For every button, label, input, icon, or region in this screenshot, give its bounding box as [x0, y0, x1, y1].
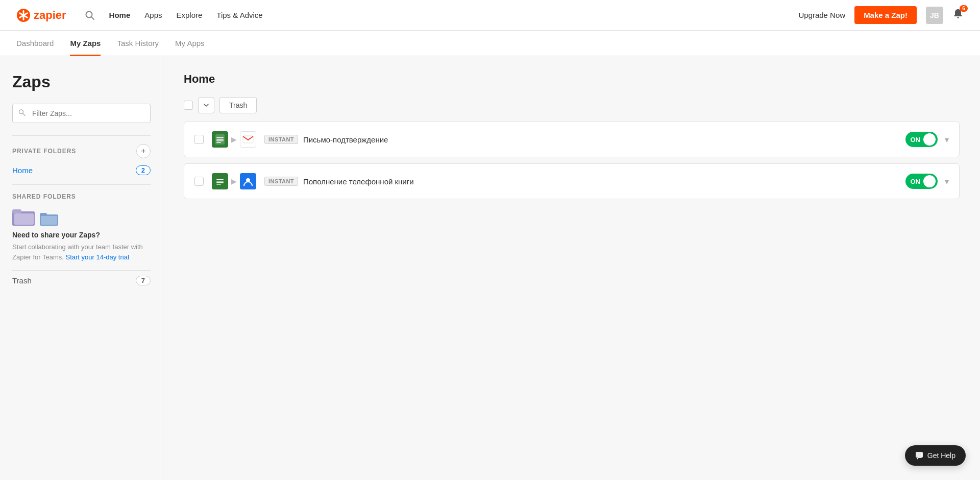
zap2-name[interactable]: Пополнение телефонной книги	[303, 177, 414, 186]
svg-rect-19	[216, 140, 224, 141]
zap1-app1-icon	[212, 131, 228, 148]
shared-folders-empty: Need to share your Zaps? Start collabora…	[12, 206, 151, 262]
zap-toolbar: Trash	[184, 97, 960, 113]
svg-rect-24	[216, 182, 224, 183]
sidebar: Zaps PRIVATE FOLDERS + Home 2 SHARED FOL…	[0, 56, 163, 480]
shared-folders-header: SHARED FOLDERS	[12, 193, 151, 200]
zap1-info: INSTANT Письмо-подтверждение	[264, 135, 897, 144]
trash-row[interactable]: Trash 7	[12, 270, 151, 291]
search-button[interactable]	[85, 10, 95, 20]
zap2-app1-icon	[212, 173, 228, 189]
zap-card-2: ▶ INSTANT Пополнение телефонной книги ON	[184, 163, 960, 199]
main-layout: Zaps PRIVATE FOLDERS + Home 2 SHARED FOL…	[0, 56, 980, 480]
notification-badge: 6	[960, 5, 968, 12]
svg-rect-22	[216, 179, 224, 180]
zap1-toggle-label: ON	[911, 136, 921, 143]
trash-label: Trash	[12, 276, 32, 285]
trial-link[interactable]: Start your 14-day trial	[66, 253, 129, 261]
topnav-links: Home Apps Explore Tips & Advice	[109, 11, 799, 19]
zap1-toggle[interactable]: ON	[905, 132, 938, 147]
zap1-checkbox[interactable]	[194, 135, 204, 144]
svg-point-7	[19, 110, 23, 114]
top-navigation: zapier zapier Home Apps Explore Tips & A…	[0, 0, 980, 31]
bulk-chevron-button[interactable]	[198, 97, 214, 113]
content-folder-title: Home	[184, 73, 960, 86]
subnav-task-history[interactable]: Task History	[117, 31, 159, 56]
sub-navigation: Dashboard My Zaps Task History My Apps	[0, 31, 980, 56]
zap1-icons: ▶	[212, 131, 256, 148]
zap1-expand-button[interactable]: ▾	[945, 135, 949, 145]
shared-illustration	[12, 206, 151, 226]
zap2-toggle-area: ON ▾	[905, 174, 949, 189]
trash-count: 7	[136, 276, 151, 285]
topnav-explore[interactable]: Explore	[176, 11, 202, 19]
private-folders-title: PRIVATE FOLDERS	[12, 148, 76, 155]
get-help-button[interactable]: Get Help	[905, 445, 966, 466]
subnav-my-apps[interactable]: My Apps	[175, 31, 205, 56]
zap2-instant-badge: INSTANT	[264, 177, 298, 186]
zap2-icons: ▶	[212, 173, 256, 189]
topnav-tips[interactable]: Tips & Advice	[216, 11, 262, 19]
zap2-expand-button[interactable]: ▾	[945, 177, 949, 186]
logo-text: zapier	[34, 9, 66, 22]
zap2-checkbox[interactable]	[194, 177, 204, 186]
svg-rect-25	[216, 184, 221, 185]
filter-zaps-input[interactable]	[12, 104, 151, 123]
svg-line-8	[23, 114, 25, 116]
topnav-right: Upgrade Now Make a Zap! JB 6	[798, 6, 964, 24]
user-avatar[interactable]: JB	[926, 7, 943, 24]
make-zap-button[interactable]: Make a Zap!	[854, 6, 917, 24]
shared-empty-title: Need to share your Zaps?	[12, 231, 151, 239]
filter-input-wrap	[12, 104, 151, 123]
zap2-toggle-knob	[923, 175, 936, 187]
main-content: Home Trash	[163, 56, 980, 480]
svg-rect-23	[216, 181, 224, 182]
zap1-name[interactable]: Письмо-подтверждение	[303, 135, 388, 144]
svg-rect-12	[14, 213, 34, 225]
svg-rect-18	[216, 139, 224, 140]
page-title: Zaps	[12, 73, 151, 91]
zap2-info: INSTANT Пополнение телефонной книги	[264, 177, 897, 186]
zap2-arrow-icon: ▶	[231, 177, 237, 185]
sidebar-divider-2	[12, 184, 151, 185]
zap2-app2-icon	[240, 173, 256, 189]
chat-icon	[915, 451, 923, 460]
svg-rect-15	[41, 216, 57, 225]
zap1-app2-icon	[240, 131, 256, 148]
zap-card-1: ▶ INSTANT Письмо-подтверждение ON	[184, 122, 960, 157]
shared-empty-body: Start collaborating with your team faste…	[12, 242, 151, 262]
svg-line-6	[91, 17, 94, 19]
add-folder-button[interactable]: +	[136, 144, 151, 158]
notifications-button[interactable]: 6	[952, 8, 964, 22]
zapier-logo-full[interactable]: zapier	[16, 8, 66, 22]
sidebar-divider-1	[12, 135, 151, 136]
zap2-toggle-label: ON	[911, 178, 921, 185]
zap1-instant-badge: INSTANT	[264, 135, 298, 144]
select-all-checkbox[interactable]	[184, 101, 193, 110]
bulk-trash-button[interactable]: Trash	[219, 97, 257, 113]
home-folder-name: Home	[12, 166, 33, 175]
zap1-toggle-knob	[923, 133, 936, 146]
filter-search-icon	[18, 109, 26, 118]
svg-rect-14	[40, 213, 47, 217]
home-folder-count: 2	[136, 165, 151, 175]
svg-rect-17	[216, 137, 224, 138]
svg-rect-20	[216, 142, 221, 143]
subnav-my-zaps[interactable]: My Zaps	[70, 31, 101, 56]
zap1-arrow-icon: ▶	[231, 135, 237, 143]
upgrade-now-link[interactable]: Upgrade Now	[798, 11, 845, 19]
shared-folders-title: SHARED FOLDERS	[12, 193, 76, 200]
get-help-label: Get Help	[927, 451, 955, 460]
topnav-home[interactable]: Home	[109, 11, 131, 19]
zap1-toggle-area: ON ▾	[905, 132, 949, 147]
private-folders-header: PRIVATE FOLDERS +	[12, 144, 151, 158]
topnav-apps[interactable]: Apps	[144, 11, 162, 19]
svg-rect-11	[12, 209, 21, 213]
home-folder-item[interactable]: Home 2	[12, 162, 151, 178]
zap2-toggle[interactable]: ON	[905, 174, 938, 189]
subnav-dashboard[interactable]: Dashboard	[16, 31, 54, 56]
